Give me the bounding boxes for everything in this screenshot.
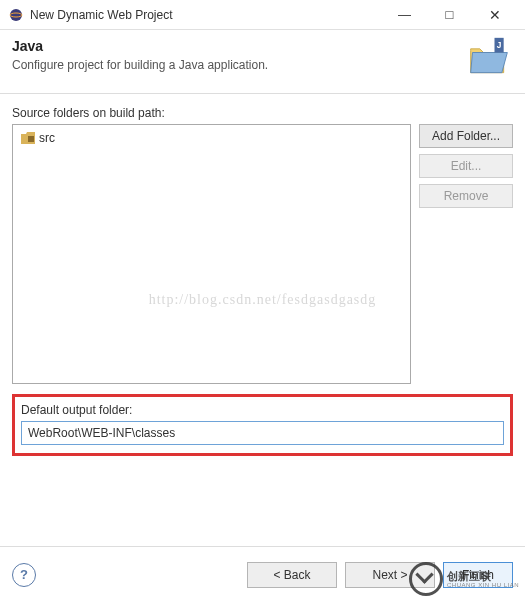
help-button[interactable]: ? (12, 563, 36, 587)
svg-rect-4 (28, 136, 34, 142)
highlight-box: Default output folder: (12, 394, 513, 456)
wizard-header: Java Configure project for building a Ja… (0, 30, 525, 94)
tree-item-src[interactable]: src (17, 129, 406, 147)
folder-java-icon: J (467, 36, 511, 80)
tree-item-label: src (39, 131, 55, 145)
edit-button: Edit... (419, 154, 513, 178)
source-folders-tree[interactable]: src (12, 124, 411, 384)
window-title: New Dynamic Web Project (30, 8, 382, 22)
svg-text:J: J (497, 41, 502, 50)
output-folder-label: Default output folder: (21, 403, 504, 417)
source-folders-label: Source folders on build path: (12, 106, 513, 120)
brand-logo-icon (409, 562, 443, 596)
close-button[interactable]: ✕ (472, 1, 517, 29)
svg-point-0 (10, 9, 22, 21)
maximize-button[interactable]: □ (427, 1, 472, 29)
output-folder-input[interactable] (21, 421, 504, 445)
brand-name: 创新互联 (447, 571, 519, 582)
eclipse-icon (8, 7, 24, 23)
brand-subtitle: CHUANG XIN HU LIAN (447, 582, 519, 588)
back-button[interactable]: < Back (247, 562, 337, 588)
title-bar: New Dynamic Web Project — □ ✕ (0, 0, 525, 30)
brand-logo: 创新互联 CHUANG XIN HU LIAN (409, 562, 519, 596)
package-folder-icon (21, 132, 35, 144)
add-folder-button[interactable]: Add Folder... (419, 124, 513, 148)
minimize-button[interactable]: — (382, 1, 427, 29)
remove-button: Remove (419, 184, 513, 208)
page-title: Java (12, 38, 513, 54)
page-description: Configure project for building a Java ap… (12, 58, 513, 72)
